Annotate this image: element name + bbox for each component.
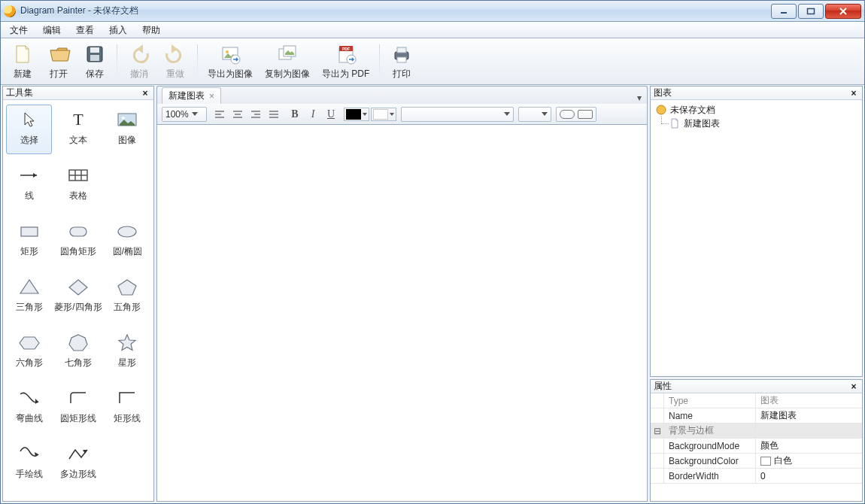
text-color-picker[interactable] [344, 108, 369, 121]
save-icon [83, 43, 107, 66]
main-area: 工具集 × 选择T文本图像线表格矩形圆角矩形圆/椭圆三角形菱形/四角形五角形六角… [2, 86, 863, 502]
prop-value: 新建图表 [760, 409, 797, 422]
shape-style-selector[interactable] [556, 107, 596, 122]
tool-diamond[interactable]: 菱形/四角形 [53, 272, 102, 321]
diagram-tree-close-icon[interactable]: × [848, 88, 859, 99]
canvas[interactable] [156, 125, 648, 502]
tool-table[interactable]: 表格 [53, 160, 102, 210]
prop-row[interactable]: BorderWidth0 [651, 469, 862, 484]
menu-4[interactable]: 帮助 [135, 22, 168, 38]
tree-root[interactable]: 未保存文档 [655, 103, 857, 117]
right-panels: 图表 × 未保存文档 新建图表 [650, 86, 863, 502]
open-button[interactable]: 打开 [41, 41, 76, 83]
toolbox-close-icon[interactable]: × [140, 88, 150, 99]
diagram-tree-panel: 图表 × 未保存文档 新建图表 [650, 86, 863, 377]
document-icon [655, 104, 667, 116]
export-pdf-button[interactable]: PDF导出为 PDF [317, 41, 375, 83]
tool-ellipse[interactable]: 圆/椭圆 [105, 216, 150, 266]
tool-triangle[interactable]: 三角形 [6, 272, 52, 321]
tool-freehand[interactable]: 手绘线 [6, 439, 52, 488]
tool-star[interactable]: 星形 [105, 327, 150, 377]
font-family-dropdown[interactable] [401, 107, 514, 122]
document-tab[interactable]: 新建图表 × [162, 87, 221, 104]
new-button[interactable]: 新建 [5, 41, 40, 83]
tool-select[interactable]: 选择 [6, 105, 52, 154]
prop-key: 背景与边框 [664, 424, 756, 438]
open-label: 打开 [50, 68, 68, 80]
tool-label: 线 [25, 190, 34, 202]
svg-rect-3 [90, 47, 99, 53]
properties-header: 属性 × [651, 380, 862, 393]
format-toolbar: 100% B I U [156, 104, 648, 125]
menu-3[interactable]: 插入 [102, 22, 135, 38]
tool-line[interactable]: 线 [6, 160, 52, 210]
tool-image[interactable]: 图像 [105, 105, 150, 154]
prop-row[interactable]: BackgroundColor白色 [651, 454, 862, 469]
prop-category[interactable]: ⊟背景与边框 [651, 424, 862, 439]
tool-computer[interactable] [105, 494, 150, 501]
zoom-dropdown[interactable]: 100% [162, 107, 207, 122]
tool-rect[interactable]: 矩形 [6, 216, 52, 266]
menu-0[interactable]: 文件 [2, 22, 35, 38]
tool-pentagon[interactable]: 五角形 [105, 272, 150, 321]
rectline-icon [109, 384, 145, 412]
menu-1[interactable]: 编辑 [35, 22, 68, 38]
hexagon-icon [11, 328, 47, 357]
copy-image-button[interactable]: 复制为图像 [260, 41, 315, 83]
tool-text[interactable]: T文本 [53, 105, 102, 154]
window-controls [769, 4, 861, 19]
tool-person2[interactable] [53, 494, 102, 501]
print-button[interactable]: 打印 [384, 41, 419, 83]
diagram-tree-title: 图表 [654, 87, 672, 99]
prop-key: BorderWidth [664, 469, 756, 483]
freehand-icon [11, 439, 47, 468]
bold-button[interactable]: B [287, 107, 303, 122]
prop-row[interactable]: Name新建图表 [651, 408, 862, 424]
star-icon [109, 328, 145, 357]
align-justify-button[interactable] [266, 107, 282, 122]
tool-label: 圆矩形线 [60, 412, 96, 425]
prop-row[interactable]: BackgroundMode颜色 [651, 439, 862, 454]
tool-rectline[interactable]: 矩形线 [105, 383, 150, 433]
align-center-button[interactable] [229, 107, 246, 122]
font-size-dropdown[interactable] [518, 107, 551, 122]
toolbox-grid: 选择T文本图像线表格矩形圆角矩形圆/椭圆三角形菱形/四角形五角形六角形七角形星形… [3, 100, 153, 501]
rect-icon [578, 110, 593, 119]
toolbox-title: 工具集 [6, 87, 33, 99]
tool-curve[interactable]: 弯曲线 [6, 383, 52, 433]
export-image-button[interactable]: 导出为图像 [202, 41, 258, 83]
tool-heptagon[interactable]: 七角形 [53, 327, 102, 377]
align-left-button[interactable] [211, 107, 228, 122]
window-title: Diagram Painter - 未保存文档 [20, 5, 138, 17]
prop-row: Type图表 [651, 393, 862, 408]
svg-point-6 [226, 50, 229, 53]
toolbar-separator [117, 44, 117, 79]
close-button[interactable] [825, 4, 861, 19]
properties-close-icon[interactable]: × [848, 381, 859, 392]
tool-rrline[interactable]: 圆矩形线 [53, 383, 102, 433]
chevron-down-icon [542, 112, 548, 116]
svg-rect-25 [21, 227, 38, 236]
fill-color-picker[interactable] [371, 108, 396, 121]
minimize-button[interactable] [771, 4, 797, 19]
tool-roundrect[interactable]: 圆角矩形 [53, 216, 102, 266]
tab-menu-icon[interactable]: ▾ [633, 92, 645, 104]
tool-hexagon[interactable]: 六角形 [6, 327, 52, 377]
tab-close-icon[interactable]: × [209, 91, 214, 102]
tool-person1[interactable] [6, 494, 52, 501]
menu-2[interactable]: 查看 [68, 22, 102, 38]
underline-button[interactable]: U [323, 107, 339, 122]
redo-icon [163, 43, 187, 66]
toolbar-separator [197, 44, 198, 79]
person1-icon [11, 495, 47, 501]
diagram-tree: 未保存文档 新建图表 [651, 100, 862, 133]
align-right-button[interactable] [247, 107, 264, 122]
italic-button[interactable]: I [305, 107, 321, 122]
tool-polyline[interactable]: 多边形线 [53, 439, 102, 488]
tree-item[interactable]: 新建图表 [655, 117, 857, 130]
print-label: 打印 [393, 68, 411, 80]
maximize-button[interactable] [798, 4, 824, 19]
save-button[interactable]: 保存 [77, 41, 112, 83]
prop-key: BackgroundColor [664, 454, 756, 468]
person2-icon [60, 495, 96, 501]
